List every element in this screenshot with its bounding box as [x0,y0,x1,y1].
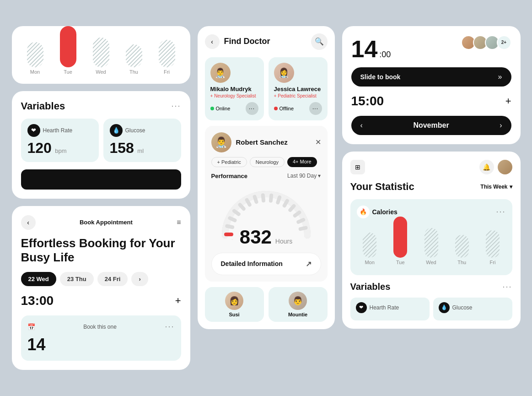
stat-bar-mon-bar [363,233,376,258]
robert-tags: + Pediatric Neurology 4+ More [211,157,321,167]
stats-icons: ⊞ [350,160,365,174]
left-column: Mon Tue Wed Thu Fri [12,26,190,370]
bar-wed-bar [93,38,109,67]
slide-to-book-button[interactable]: Slide to book » [351,67,511,87]
doctor-specialty-mikalo: + Neurology Specialist [210,93,258,98]
bar-tue: Tue [54,26,82,75]
doctor-avatar-mikalo: 👨‍⚕️ [210,63,231,83]
doctor-status-jessica: Offline ··· [274,102,322,115]
doctor-status-mikalo: Online ··· [210,102,258,115]
heart-value: 120 [27,140,52,156]
find-back-button[interactable]: ‹ [205,34,220,49]
right-column: 14 :00 2+ Slide to book » 15:00 + ‹ [342,26,521,329]
book-this-label: Book this one [83,324,117,330]
svg-line-28 [300,228,306,228]
glucose-label-row: 💧 Glucose [110,124,175,137]
top-chart-card: Mon Tue Wed Thu Fri [12,26,190,84]
doctor-card-jessica[interactable]: 👩‍⚕️ Jessica Lawrece + Pediatric Special… [269,57,328,120]
variables-sm-title: Variables [350,282,391,292]
doctor-avatar-jessica: 👩‍⚕️ [274,63,294,83]
svg-line-26 [295,212,299,216]
date-chip-24[interactable]: 24 Fri [97,272,128,286]
variables-card: Variables ··· ❤ Hearth Rate 120 bpm 💧 Gl… [12,91,190,199]
dark-progress-bar [21,169,181,190]
bar-chart: Mon Tue Wed Thu Fri [21,33,181,75]
find-doctor-card: ‹ Find Doctor 🔍 👨‍⚕️ Mikalo Mudryk + Neu… [198,26,335,329]
gauge-value: 832 [240,226,272,248]
bottom-doctors: 👩 Susi 👨 Mountie [205,287,328,322]
date-chip-more[interactable]: › [131,272,148,286]
period-select[interactable]: Last 90 Day ▾ [287,173,321,179]
bottom-avatar-susi: 👩 [225,292,243,310]
calendar-month: November [413,121,449,130]
glucose-icon: 💧 [110,124,123,137]
stat-bar-tue-bar [393,217,407,258]
svg-line-16 [230,218,235,220]
book-title: Book Appointment [80,219,133,226]
robert-card: 👨‍⚕️ Robert Sanchez ✕ + Pediatric Neurol… [205,126,328,282]
search-button[interactable]: 🔍 [311,33,328,50]
bar-mon: Mon [21,42,49,75]
time-row: 13:00 + [21,293,181,308]
book-back-button[interactable]: ‹ [21,215,36,230]
book-this-top: 📅 Book this one ··· [27,322,175,331]
doctor-name-mikalo: Mikalo Mudryk [210,86,258,93]
calendar-prev-button[interactable]: ‹ [360,121,363,130]
this-week-label: This Week [480,184,507,190]
calories-label: Calories [372,208,398,216]
date-chip-22[interactable]: 22 Wed [21,272,56,286]
variables-sm-more-btn[interactable]: ··· [502,282,512,292]
robert-close-button[interactable]: ✕ [315,138,321,146]
book-this-dots[interactable]: ··· [165,322,174,331]
calendar-next-button[interactable]: › [500,121,502,130]
stat-bar-wed-label: Wed [426,260,436,265]
calories-more-btn[interactable]: ··· [496,207,505,217]
book-appointment-card: ‹ Book Appointment ≡ Effortless Booking … [12,206,190,370]
svg-line-18 [240,205,243,209]
svg-line-24 [284,201,287,205]
user-avatar[interactable] [498,160,512,174]
book-menu-icon[interactable]: ≡ [177,218,181,227]
variables-more-btn[interactable]: ··· [171,101,181,111]
notification-icon[interactable]: 🔔 [479,160,494,174]
grid-icon[interactable]: ⊞ [350,160,365,174]
date-chip-23[interactable]: 23 Thu [60,272,94,286]
add-time-button[interactable]: + [175,295,181,307]
svg-line-25 [290,206,294,210]
heart-rate-box: ❤ Hearth Rate 120 bpm [21,119,99,162]
svg-line-22 [270,195,271,201]
bottom-name-mountie: Mountie [288,312,307,317]
svg-line-27 [298,220,303,222]
this-week-button[interactable]: This Week ▾ [480,184,512,190]
glucose-value: 158 [110,140,134,156]
detailed-info-button[interactable]: Detailed Information ↗ [211,253,321,275]
stat-bar-wed-bar [425,228,438,258]
glucose-sm: 💧 Glucose [433,298,512,320]
svg-line-15 [227,226,232,227]
robert-header: 👨‍⚕️ Robert Sanchez ✕ [211,132,321,152]
bottom-doc-mountie[interactable]: 👨 Mountie [269,287,328,322]
avatars-row: 2+ [461,35,511,50]
slide-btn-label: Slide to book [360,73,401,81]
doctor-more-jessica[interactable]: ··· [309,102,322,115]
svg-line-21 [263,195,263,201]
doctor-more-mikalo[interactable]: ··· [246,102,258,115]
middle-column: ‹ Find Doctor 🔍 👨‍⚕️ Mikalo Mudryk + Neu… [198,26,335,329]
add-time-15-button[interactable]: + [505,95,511,107]
doctor-card-mikalo[interactable]: 👨‍⚕️ Mikalo Mudryk + Neurology Specialis… [205,57,264,120]
heart-sm-label-row: ❤ Hearth Rate [356,302,424,313]
bar-fri-bar [159,40,175,67]
bottom-avatar-mountie: 👨 [289,292,307,310]
heart-sm-label: Hearth Rate [370,304,399,311]
tag-more[interactable]: 4+ More [287,157,317,167]
bottom-doc-susi[interactable]: 👩 Susi [205,287,264,322]
metrics-grid-sm: ❤ Hearth Rate 💧 Glucose [350,298,512,320]
bar-wed: Wed [87,38,115,75]
stat-bar-fri-label: Fri [490,260,496,265]
bar-tue-label: Tue [64,69,72,75]
bar-mon-bar [27,42,43,67]
stat-bar-mon: Mon [357,233,383,265]
heart-rate-sm: ❤ Hearth Rate [350,298,430,320]
appointment-time: 14 :00 [351,35,391,63]
your-statistic-header: Your Statistic This Week ▾ [350,181,512,193]
